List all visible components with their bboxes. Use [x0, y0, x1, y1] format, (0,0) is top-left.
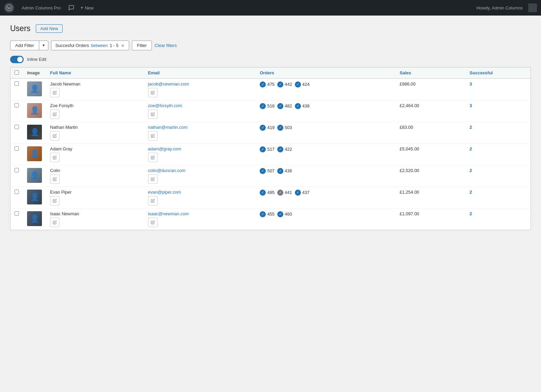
sales-value: £986.00 [400, 81, 416, 87]
add-new-button[interactable]: Add New [36, 24, 63, 33]
table-body: 👤Jacob Newmanjacob@newman.com✓475✓442✓42… [10, 78, 531, 230]
order-badge: ✓424 [295, 81, 310, 88]
row-checkbox-cell [10, 78, 23, 100]
row-checkbox-cell [10, 100, 23, 122]
col-email[interactable]: Email [144, 67, 256, 78]
sales-cell: £83.00 [396, 122, 466, 143]
admin-avatar[interactable] [528, 3, 537, 12]
orders-cell: ✓475✓442✓424 [256, 78, 396, 100]
filter-button[interactable]: Filter [132, 41, 152, 50]
row-checkbox[interactable] [15, 190, 19, 194]
row-checkbox[interactable] [15, 146, 19, 151]
order-number: 438 [302, 103, 310, 108]
filter-bar: Add Filter ▾ Succesful Orders between 1 … [10, 41, 531, 50]
row-checkbox-cell [10, 187, 23, 208]
avatar: 👤 [27, 211, 42, 226]
chip-close-button[interactable]: × [121, 43, 125, 48]
avatar-icon: 👤 [30, 106, 39, 115]
sales-cell: £2,464.00 [396, 100, 466, 122]
email-link[interactable]: colin@duncan.com [148, 168, 252, 173]
order-number: 475 [267, 82, 275, 87]
order-number: 436 [285, 168, 292, 173]
avatar: 👤 [27, 146, 42, 161]
col-successful[interactable]: Successful [466, 67, 531, 78]
name-edit-button[interactable] [50, 109, 60, 119]
col-sales[interactable]: Sales [396, 67, 466, 78]
wp-logo[interactable]: W [4, 3, 14, 13]
order-status-icon: ✓ [260, 125, 266, 131]
chip-label: Succesful Orders [55, 43, 89, 48]
email-edit-button[interactable] [148, 196, 158, 205]
order-badge: ✓442 [277, 81, 292, 88]
email-link[interactable]: adam@gray.com [148, 146, 252, 151]
avatar: 👤 [27, 168, 42, 183]
successful-cell: 2 [466, 208, 531, 230]
select-all-checkbox[interactable] [15, 70, 19, 75]
row-checkbox[interactable] [15, 125, 19, 129]
row-checkbox[interactable] [15, 81, 19, 86]
order-badge: ✓503 [277, 125, 292, 131]
order-status-icon: ✓ [260, 190, 266, 196]
email-link[interactable]: evan@piper.com [148, 190, 252, 195]
email-link[interactable]: zoe@forsyth.com [148, 103, 252, 108]
user-name: Isaac Newman [50, 211, 140, 216]
successful-cell: 3 [466, 78, 531, 100]
plus-icon: + [80, 5, 84, 11]
table-row: 👤Evan Piperevan@piper.com✓495✓441✓437£1,… [10, 187, 531, 208]
sales-value: £83.00 [400, 125, 413, 130]
sales-cell: £1,254.00 [396, 187, 466, 208]
order-status-icon: ✓ [277, 103, 283, 109]
comments-icon[interactable] [66, 5, 76, 11]
order-badge: ✓517 [260, 146, 275, 152]
order-number: 507 [267, 168, 275, 173]
name-edit-button[interactable] [50, 88, 60, 97]
order-number: 482 [285, 103, 292, 108]
new-content-button[interactable]: + New [79, 5, 95, 11]
email-edit-button[interactable] [148, 153, 158, 162]
col-orders[interactable]: Orders [256, 67, 396, 78]
row-checkbox[interactable] [15, 103, 19, 107]
avatar: 👤 [27, 103, 42, 118]
order-badge: ✓419 [260, 125, 275, 131]
name-edit-button[interactable] [50, 153, 60, 162]
successful-count: 2 [470, 146, 472, 151]
inline-edit-bar: Inline Edit [10, 56, 531, 63]
user-name: Zoe Forsyth [50, 103, 140, 108]
order-badge: ✓422 [277, 146, 292, 152]
name-edit-button[interactable] [50, 218, 60, 227]
col-image: Image [23, 67, 46, 78]
col-full-name[interactable]: Full Name [46, 67, 144, 78]
name-edit-button[interactable] [50, 196, 60, 205]
row-checkbox[interactable] [15, 168, 19, 172]
email-cell: isaac@newman.com [144, 208, 256, 230]
order-number: 503 [285, 125, 292, 130]
name-edit-button[interactable] [50, 174, 60, 184]
email-edit-button[interactable] [148, 218, 158, 227]
clear-filters-button[interactable]: Clear filters [155, 43, 177, 48]
order-number: 437 [302, 190, 310, 195]
name-edit-button[interactable] [50, 131, 60, 141]
order-badge: ✓518 [260, 103, 275, 109]
row-checkbox[interactable] [15, 211, 19, 216]
successful-cell: 3 [466, 100, 531, 122]
name-cell: Zoe Forsyth [46, 100, 144, 122]
email-edit-button[interactable] [148, 174, 158, 184]
add-filter-dropdown-button[interactable]: ▾ [39, 41, 48, 50]
email-edit-button[interactable] [148, 131, 158, 141]
avatar-cell: 👤 [23, 122, 46, 143]
table-row: 👤Adam Grayadam@gray.com✓517✓422£5,045.00… [10, 143, 531, 165]
email-link[interactable]: isaac@newman.com [148, 211, 252, 216]
email-link[interactable]: nathan@martin.com [148, 125, 252, 130]
email-cell: colin@duncan.com [144, 165, 256, 187]
inline-edit-toggle[interactable] [10, 56, 24, 63]
add-filter-button[interactable]: Add Filter [10, 41, 39, 50]
plugin-name[interactable]: Admin Columns Pro [19, 5, 64, 10]
successful-cell: 2 [466, 143, 531, 165]
order-badge: ✓507 [260, 168, 275, 174]
order-badge: ✓455 [260, 211, 275, 217]
email-edit-button[interactable] [148, 109, 158, 119]
email-edit-button[interactable] [148, 88, 158, 97]
chip-between: between [91, 43, 108, 48]
email-link[interactable]: jacob@newman.com [148, 81, 252, 87]
orders-cell: ✓419✓503 [256, 122, 396, 143]
